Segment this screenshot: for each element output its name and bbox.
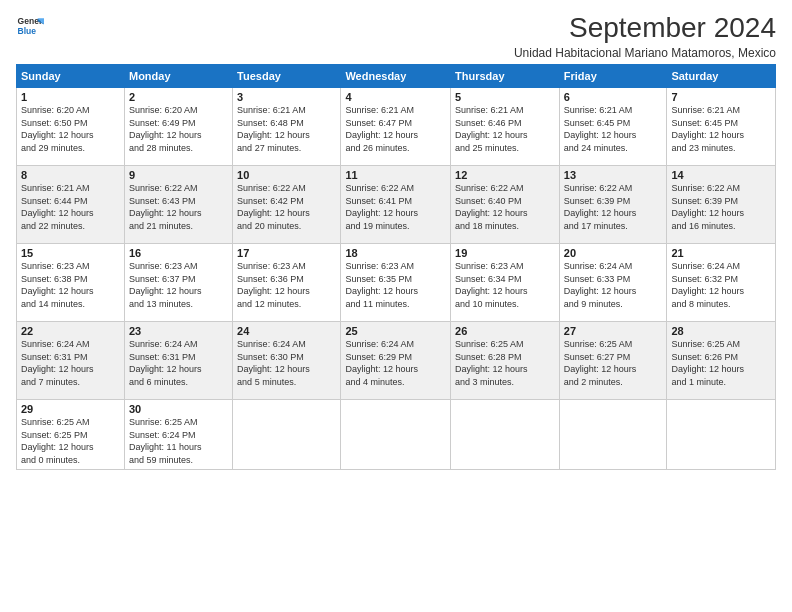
header-row: Sunday Monday Tuesday Wednesday Thursday… [17, 65, 776, 88]
header-monday: Monday [124, 65, 232, 88]
calendar-cell: 26Sunrise: 6:25 AM Sunset: 6:28 PM Dayli… [451, 322, 560, 400]
day-info: Sunrise: 6:24 AM Sunset: 6:32 PM Dayligh… [671, 260, 771, 310]
calendar-cell: 27Sunrise: 6:25 AM Sunset: 6:27 PM Dayli… [559, 322, 667, 400]
header-thursday: Thursday [451, 65, 560, 88]
day-number: 28 [671, 325, 771, 337]
calendar-cell: 21Sunrise: 6:24 AM Sunset: 6:32 PM Dayli… [667, 244, 776, 322]
calendar-cell [341, 400, 451, 470]
day-number: 17 [237, 247, 336, 259]
day-info: Sunrise: 6:22 AM Sunset: 6:42 PM Dayligh… [237, 182, 336, 232]
calendar-cell: 18Sunrise: 6:23 AM Sunset: 6:35 PM Dayli… [341, 244, 451, 322]
calendar-cell: 22Sunrise: 6:24 AM Sunset: 6:31 PM Dayli… [17, 322, 125, 400]
day-info: Sunrise: 6:24 AM Sunset: 6:31 PM Dayligh… [129, 338, 228, 388]
day-info: Sunrise: 6:21 AM Sunset: 6:45 PM Dayligh… [564, 104, 663, 154]
day-number: 19 [455, 247, 555, 259]
day-number: 7 [671, 91, 771, 103]
day-info: Sunrise: 6:20 AM Sunset: 6:49 PM Dayligh… [129, 104, 228, 154]
day-info: Sunrise: 6:25 AM Sunset: 6:24 PM Dayligh… [129, 416, 228, 466]
day-number: 29 [21, 403, 120, 415]
day-info: Sunrise: 6:23 AM Sunset: 6:35 PM Dayligh… [345, 260, 446, 310]
day-number: 16 [129, 247, 228, 259]
day-info: Sunrise: 6:22 AM Sunset: 6:39 PM Dayligh… [564, 182, 663, 232]
calendar-cell: 2Sunrise: 6:20 AM Sunset: 6:49 PM Daylig… [124, 88, 232, 166]
calendar-cell: 15Sunrise: 6:23 AM Sunset: 6:38 PM Dayli… [17, 244, 125, 322]
calendar-cell: 8Sunrise: 6:21 AM Sunset: 6:44 PM Daylig… [17, 166, 125, 244]
day-info: Sunrise: 6:23 AM Sunset: 6:37 PM Dayligh… [129, 260, 228, 310]
calendar-cell: 1Sunrise: 6:20 AM Sunset: 6:50 PM Daylig… [17, 88, 125, 166]
day-info: Sunrise: 6:25 AM Sunset: 6:26 PM Dayligh… [671, 338, 771, 388]
day-number: 27 [564, 325, 663, 337]
day-number: 3 [237, 91, 336, 103]
day-number: 8 [21, 169, 120, 181]
day-info: Sunrise: 6:24 AM Sunset: 6:30 PM Dayligh… [237, 338, 336, 388]
calendar-cell: 24Sunrise: 6:24 AM Sunset: 6:30 PM Dayli… [233, 322, 341, 400]
day-number: 26 [455, 325, 555, 337]
day-number: 1 [21, 91, 120, 103]
header: General Blue September 2024 Unidad Habit… [16, 12, 776, 60]
day-number: 10 [237, 169, 336, 181]
calendar-week-4: 22Sunrise: 6:24 AM Sunset: 6:31 PM Dayli… [17, 322, 776, 400]
day-number: 4 [345, 91, 446, 103]
calendar-cell: 13Sunrise: 6:22 AM Sunset: 6:39 PM Dayli… [559, 166, 667, 244]
day-info: Sunrise: 6:21 AM Sunset: 6:45 PM Dayligh… [671, 104, 771, 154]
calendar-cell: 25Sunrise: 6:24 AM Sunset: 6:29 PM Dayli… [341, 322, 451, 400]
day-info: Sunrise: 6:21 AM Sunset: 6:47 PM Dayligh… [345, 104, 446, 154]
calendar-cell [451, 400, 560, 470]
calendar-week-5: 29Sunrise: 6:25 AM Sunset: 6:25 PM Dayli… [17, 400, 776, 470]
calendar-cell: 10Sunrise: 6:22 AM Sunset: 6:42 PM Dayli… [233, 166, 341, 244]
day-info: Sunrise: 6:20 AM Sunset: 6:50 PM Dayligh… [21, 104, 120, 154]
day-number: 2 [129, 91, 228, 103]
calendar-week-1: 1Sunrise: 6:20 AM Sunset: 6:50 PM Daylig… [17, 88, 776, 166]
header-friday: Friday [559, 65, 667, 88]
day-info: Sunrise: 6:23 AM Sunset: 6:38 PM Dayligh… [21, 260, 120, 310]
calendar-cell: 9Sunrise: 6:22 AM Sunset: 6:43 PM Daylig… [124, 166, 232, 244]
day-number: 22 [21, 325, 120, 337]
header-wednesday: Wednesday [341, 65, 451, 88]
calendar-cell: 16Sunrise: 6:23 AM Sunset: 6:37 PM Dayli… [124, 244, 232, 322]
day-number: 23 [129, 325, 228, 337]
day-number: 5 [455, 91, 555, 103]
header-saturday: Saturday [667, 65, 776, 88]
day-info: Sunrise: 6:23 AM Sunset: 6:34 PM Dayligh… [455, 260, 555, 310]
calendar-cell [233, 400, 341, 470]
calendar-cell [559, 400, 667, 470]
header-sunday: Sunday [17, 65, 125, 88]
month-title: September 2024 [514, 12, 776, 44]
calendar-cell: 20Sunrise: 6:24 AM Sunset: 6:33 PM Dayli… [559, 244, 667, 322]
calendar-cell: 11Sunrise: 6:22 AM Sunset: 6:41 PM Dayli… [341, 166, 451, 244]
day-number: 18 [345, 247, 446, 259]
day-number: 25 [345, 325, 446, 337]
calendar-cell: 4Sunrise: 6:21 AM Sunset: 6:47 PM Daylig… [341, 88, 451, 166]
day-number: 11 [345, 169, 446, 181]
logo-icon: General Blue [16, 12, 44, 40]
day-number: 24 [237, 325, 336, 337]
day-info: Sunrise: 6:25 AM Sunset: 6:28 PM Dayligh… [455, 338, 555, 388]
calendar-cell: 29Sunrise: 6:25 AM Sunset: 6:25 PM Dayli… [17, 400, 125, 470]
day-number: 13 [564, 169, 663, 181]
day-info: Sunrise: 6:25 AM Sunset: 6:27 PM Dayligh… [564, 338, 663, 388]
day-number: 15 [21, 247, 120, 259]
header-tuesday: Tuesday [233, 65, 341, 88]
calendar-cell: 14Sunrise: 6:22 AM Sunset: 6:39 PM Dayli… [667, 166, 776, 244]
day-info: Sunrise: 6:25 AM Sunset: 6:25 PM Dayligh… [21, 416, 120, 466]
logo: General Blue [16, 12, 44, 40]
subtitle: Unidad Habitacional Mariano Matamoros, M… [514, 46, 776, 60]
day-number: 6 [564, 91, 663, 103]
day-info: Sunrise: 6:21 AM Sunset: 6:46 PM Dayligh… [455, 104, 555, 154]
day-info: Sunrise: 6:21 AM Sunset: 6:44 PM Dayligh… [21, 182, 120, 232]
calendar-cell: 6Sunrise: 6:21 AM Sunset: 6:45 PM Daylig… [559, 88, 667, 166]
calendar-cell: 28Sunrise: 6:25 AM Sunset: 6:26 PM Dayli… [667, 322, 776, 400]
day-number: 20 [564, 247, 663, 259]
day-number: 30 [129, 403, 228, 415]
calendar-cell: 30Sunrise: 6:25 AM Sunset: 6:24 PM Dayli… [124, 400, 232, 470]
calendar-cell [667, 400, 776, 470]
page: General Blue September 2024 Unidad Habit… [0, 0, 792, 612]
calendar-cell: 23Sunrise: 6:24 AM Sunset: 6:31 PM Dayli… [124, 322, 232, 400]
day-info: Sunrise: 6:22 AM Sunset: 6:39 PM Dayligh… [671, 182, 771, 232]
day-number: 21 [671, 247, 771, 259]
day-info: Sunrise: 6:22 AM Sunset: 6:40 PM Dayligh… [455, 182, 555, 232]
calendar-cell: 7Sunrise: 6:21 AM Sunset: 6:45 PM Daylig… [667, 88, 776, 166]
day-info: Sunrise: 6:22 AM Sunset: 6:41 PM Dayligh… [345, 182, 446, 232]
calendar-week-2: 8Sunrise: 6:21 AM Sunset: 6:44 PM Daylig… [17, 166, 776, 244]
day-info: Sunrise: 6:24 AM Sunset: 6:29 PM Dayligh… [345, 338, 446, 388]
